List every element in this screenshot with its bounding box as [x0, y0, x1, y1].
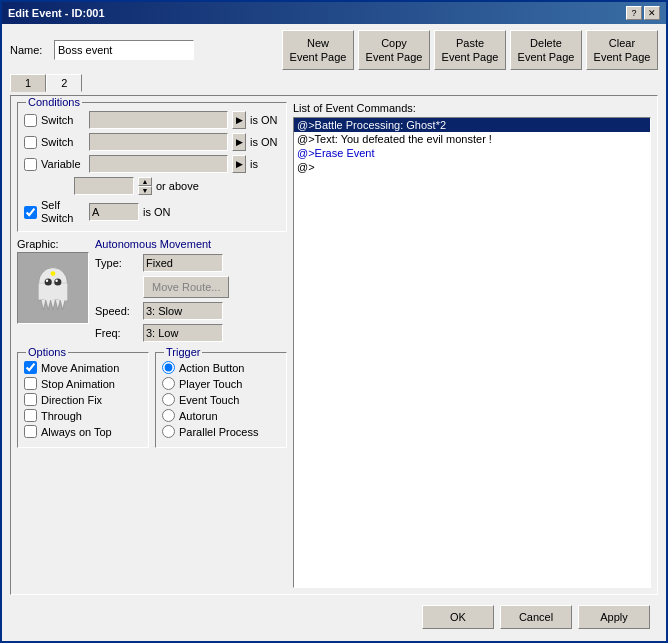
svg-point-6	[51, 272, 56, 277]
action-button-label: Action Button	[179, 362, 244, 374]
self-switch-dropdown[interactable]: A B C D	[89, 203, 139, 221]
right-panel: List of Event Commands: @>Battle Process…	[293, 102, 651, 588]
variable-number-input	[74, 177, 134, 195]
toolbar-buttons: NewEvent Page CopyEvent Page PasteEvent …	[282, 30, 658, 70]
always-on-top-checkbox[interactable]	[24, 425, 37, 438]
action-button-radio[interactable]	[162, 361, 175, 374]
event-touch-label: Event Touch	[179, 394, 239, 406]
graphic-preview[interactable]	[17, 252, 89, 324]
move-animation-label: Move Animation	[41, 362, 119, 374]
trigger-list: Action Button Player Touch Event Touch	[162, 361, 280, 438]
paste-event-page-button[interactable]: PasteEvent Page	[434, 30, 506, 70]
parallel-process-row: Parallel Process	[162, 425, 280, 438]
autonomous-label: Autonomous Movement	[95, 238, 287, 250]
condition-switch1-row: Switch ▶ is ON	[24, 111, 280, 129]
freq-label: Freq:	[95, 327, 139, 339]
type-row: Type: Fixed Random Approach Custom	[95, 254, 287, 272]
graphic-box: Graphic:	[17, 238, 89, 324]
switch1-label: Switch	[41, 114, 85, 126]
ok-button[interactable]: OK	[422, 605, 494, 629]
event-touch-radio[interactable]	[162, 393, 175, 406]
autorun-row: Autorun	[162, 409, 280, 422]
always-on-top-label: Always on Top	[41, 426, 112, 438]
move-animation-checkbox[interactable]	[24, 361, 37, 374]
svg-point-5	[55, 280, 57, 282]
self-switch-suffix: is ON	[143, 206, 173, 218]
options-group: Options Move Animation Stop Animation	[17, 352, 149, 448]
player-touch-row: Player Touch	[162, 377, 280, 390]
conditions-label: Conditions	[26, 96, 82, 108]
switch2-suffix: is ON	[250, 136, 280, 148]
svg-point-2	[45, 279, 52, 286]
event-item-0[interactable]: @>Battle Processing: Ghost*2	[294, 118, 650, 132]
events-label: List of Event Commands:	[293, 102, 651, 114]
close-button[interactable]: ✕	[644, 6, 660, 20]
name-row: Name: NewEvent Page CopyEvent Page Paste…	[10, 30, 658, 70]
cancel-button[interactable]: Cancel	[500, 605, 572, 629]
events-list[interactable]: @>Battle Processing: Ghost*2 @>Text: You…	[293, 117, 651, 588]
switch1-checkbox[interactable]	[24, 114, 37, 127]
or-above-label: or above	[156, 180, 199, 192]
speed-row: Speed: 1: x8 Slower 2: x4 Slower 3: Slow…	[95, 302, 287, 320]
help-button[interactable]: ?	[626, 6, 642, 20]
svg-point-4	[46, 280, 48, 282]
switch2-label: Switch	[41, 136, 85, 148]
options-list: Move Animation Stop Animation Direction …	[24, 361, 142, 438]
move-route-button[interactable]: Move Route...	[143, 276, 229, 298]
tab-1[interactable]: 1	[10, 74, 46, 92]
autorun-label: Autorun	[179, 410, 218, 422]
event-item-3[interactable]: @>	[294, 160, 650, 174]
footer-buttons: OK Cancel Apply	[10, 599, 658, 635]
window-title: Edit Event - ID:001	[8, 7, 105, 19]
always-on-top-row: Always on Top	[24, 425, 142, 438]
switch1-suffix: is ON	[250, 114, 280, 126]
stop-animation-row: Stop Animation	[24, 377, 142, 390]
tabs-row: 1 2	[10, 74, 658, 91]
conditions-group: Conditions Switch ▶ is ON	[17, 102, 287, 232]
name-label: Name:	[10, 44, 46, 56]
ghost-sprite-svg	[29, 264, 77, 312]
variable-arrow[interactable]: ▶	[232, 155, 246, 173]
switch1-arrow[interactable]: ▶	[232, 111, 246, 129]
main-area: Conditions Switch ▶ is ON	[10, 95, 658, 595]
var-spin-down[interactable]: ▼	[138, 186, 152, 195]
parallel-process-radio[interactable]	[162, 425, 175, 438]
switch2-arrow[interactable]: ▶	[232, 133, 246, 151]
clear-event-page-button[interactable]: ClearEvent Page	[586, 30, 658, 70]
copy-event-page-button[interactable]: CopyEvent Page	[358, 30, 430, 70]
trigger-group: Trigger Action Button Player Touch	[155, 352, 287, 448]
autorun-radio[interactable]	[162, 409, 175, 422]
graphic-movement-row: Graphic:	[17, 238, 287, 346]
var-spin-up[interactable]: ▲	[138, 177, 152, 186]
direction-fix-label: Direction Fix	[41, 394, 102, 406]
self-switch-row: SelfSwitch A B C D is ON	[24, 199, 280, 225]
event-item-2[interactable]: @>Erase Event	[294, 146, 650, 160]
through-label: Through	[41, 410, 82, 422]
variable-checkbox[interactable]	[24, 158, 37, 171]
speed-dropdown[interactable]: 1: x8 Slower 2: x4 Slower 3: Slow 4: Fas…	[143, 302, 223, 320]
switch2-checkbox[interactable]	[24, 136, 37, 149]
new-event-page-button[interactable]: NewEvent Page	[282, 30, 354, 70]
switch2-input	[89, 133, 228, 151]
apply-button[interactable]: Apply	[578, 605, 650, 629]
type-dropdown[interactable]: Fixed Random Approach Custom	[143, 254, 223, 272]
freq-dropdown[interactable]: 1: Lowest 2: Lower 3: Low 4: High	[143, 324, 223, 342]
variable-suffix: is	[250, 158, 280, 170]
variable-row2: ▲ ▼ or above	[74, 177, 280, 195]
player-touch-label: Player Touch	[179, 378, 242, 390]
variable-spinner: ▲ ▼	[138, 177, 152, 195]
event-item-1[interactable]: @>Text: You defeated the evil monster !	[294, 132, 650, 146]
graphic-label: Graphic:	[17, 238, 89, 250]
direction-fix-checkbox[interactable]	[24, 393, 37, 406]
tab-2[interactable]: 2	[46, 74, 82, 92]
variable-label: Variable	[41, 158, 85, 170]
delete-event-page-button[interactable]: DeleteEvent Page	[510, 30, 582, 70]
conditions-area: Switch ▶ is ON Switch ▶ is ON	[24, 111, 280, 225]
player-touch-radio[interactable]	[162, 377, 175, 390]
through-checkbox[interactable]	[24, 409, 37, 422]
main-window: Edit Event - ID:001 ? ✕ Name: NewEvent P…	[0, 0, 668, 643]
direction-fix-row: Direction Fix	[24, 393, 142, 406]
stop-animation-checkbox[interactable]	[24, 377, 37, 390]
self-switch-checkbox[interactable]	[24, 206, 37, 219]
name-input[interactable]	[54, 40, 194, 60]
